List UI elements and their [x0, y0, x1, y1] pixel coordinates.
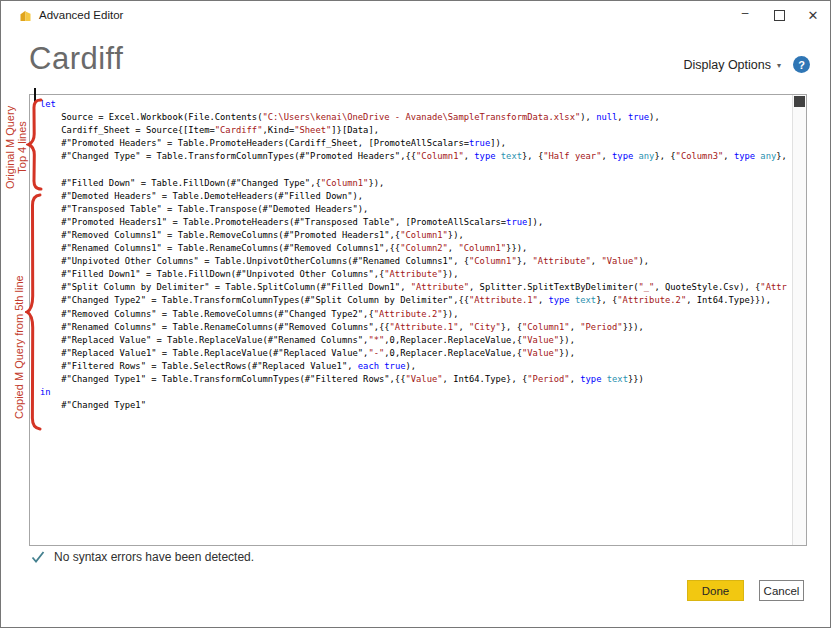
- code-line: #"Replaced Value1" = Table.ReplaceValue(…: [40, 347, 791, 360]
- chevron-down-icon: ▾: [777, 59, 781, 70]
- syntax-status: No syntax errors have been detected.: [31, 550, 254, 564]
- title-bar: Advanced Editor – ✕: [1, 1, 830, 29]
- code-line: #"Unpivoted Other Columns" = Table.Unpiv…: [40, 255, 791, 268]
- code-line: let: [40, 98, 791, 111]
- header-options-row: Display Options ▾ ?: [683, 56, 810, 73]
- code-line: #"Removed Columns1" = Table.RemoveColumn…: [40, 229, 791, 242]
- annotation-label-top-line1: Original M Query: [4, 106, 16, 189]
- code-line: #"Filled Down" = Table.FillDown(#"Change…: [40, 177, 791, 190]
- close-button[interactable]: ✕: [796, 1, 830, 29]
- checkmark-icon: [31, 551, 45, 563]
- minimize-button[interactable]: –: [728, 0, 762, 31]
- vertical-scrollbar[interactable]: [792, 95, 806, 545]
- m-query-editor[interactable]: let Source = Excel.Workbook(File.Content…: [29, 94, 807, 546]
- code-line: #"Filtered Rows" = Table.SelectRows(#"Re…: [40, 360, 791, 373]
- code-line: #"Demoted Headers" = Table.DemoteHeaders…: [40, 190, 791, 203]
- code-line: #"Renamed Columns1" = Table.RenameColumn…: [40, 242, 791, 255]
- code-line: Cardiff_Sheet = Source{[Item="Cardiff",K…: [40, 124, 791, 137]
- scrollbar-thumb[interactable]: [794, 96, 805, 107]
- help-icon[interactable]: ?: [793, 56, 810, 73]
- annotation-label-top: Original M Query Top 4 lines: [4, 106, 28, 189]
- display-options-label: Display Options: [683, 58, 771, 72]
- annotation-label-bottom-line: Copied M Query from 5th line: [13, 275, 25, 419]
- power-bi-icon: [19, 9, 32, 22]
- maximize-button[interactable]: [762, 1, 796, 29]
- code-line: #"Changed Type1": [40, 399, 791, 412]
- code-lines[interactable]: let Source = Excel.Workbook(File.Content…: [40, 98, 791, 543]
- footer-buttons: Done Cancel: [687, 580, 804, 601]
- status-message: No syntax errors have been detected.: [54, 550, 254, 564]
- code-line: [40, 163, 791, 176]
- query-name-title: Cardiff: [29, 41, 123, 77]
- done-button[interactable]: Done: [687, 580, 744, 601]
- code-line: #"Changed Type1" = Table.TransformColumn…: [40, 373, 791, 386]
- code-line: #"Changed Type2" = Table.TransformColumn…: [40, 294, 791, 307]
- annotation-label-bottom: Copied M Query from 5th line: [13, 275, 25, 419]
- cancel-button[interactable]: Cancel: [759, 580, 804, 601]
- code-line: #"Replaced Value" = Table.ReplaceValue(#…: [40, 334, 791, 347]
- display-options-dropdown[interactable]: Display Options ▾: [683, 58, 781, 72]
- code-line: #"Changed Type" = Table.TransformColumnT…: [40, 150, 791, 163]
- code-line: Source = Excel.Workbook(File.Contents("C…: [40, 111, 791, 124]
- window-title: Advanced Editor: [39, 9, 123, 21]
- code-line: in: [40, 386, 791, 399]
- code-line: #"Transposed Table" = Table.Transpose(#"…: [40, 203, 791, 216]
- advanced-editor-window: Advanced Editor – ✕ Cardiff Display Opti…: [0, 0, 831, 628]
- code-line: #"Promoted Headers1" = Table.PromoteHead…: [40, 216, 791, 229]
- annotation-label-top-line2: Top 4 lines: [16, 106, 28, 189]
- maximize-icon: [774, 10, 785, 21]
- text-cursor: [34, 88, 36, 103]
- code-line: #"Split Column by Delimiter" = Table.Spl…: [40, 281, 791, 294]
- code-line: #"Promoted Headers" = Table.PromoteHeade…: [40, 137, 791, 150]
- code-line: #"Filled Down1" = Table.FillDown(#"Unpiv…: [40, 268, 791, 281]
- code-line: #"Removed Columns" = Table.RemoveColumns…: [40, 308, 791, 321]
- code-line: #"Renamed Columns" = Table.RenameColumns…: [40, 321, 791, 334]
- window-controls: – ✕: [728, 1, 830, 29]
